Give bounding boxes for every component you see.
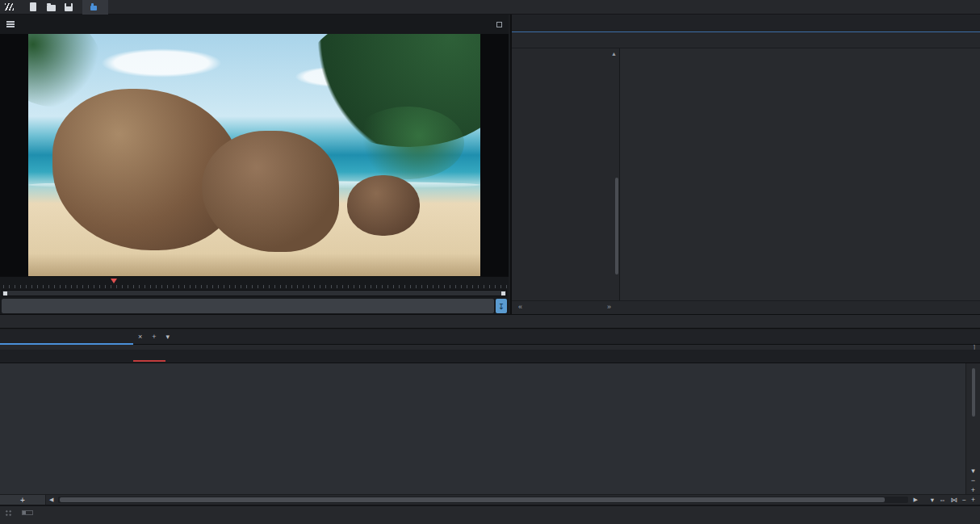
transport-bar [2, 299, 494, 313]
thumbs-up-icon [90, 6, 97, 10]
scroll-down-icon[interactable]: ▾ [968, 466, 978, 475]
detach-preview-icon[interactable] [496, 22, 502, 27]
marked-range [133, 360, 165, 362]
scroll-right-icon[interactable]: ▶ [910, 497, 920, 503]
media-pool-tabs [512, 15, 980, 32]
new-document-icon [30, 2, 36, 11]
video-frame [28, 34, 480, 276]
fit-range-icon[interactable]: ⋈ [951, 496, 958, 504]
file-grid [620, 48, 980, 300]
timeline-tab-row: × + ▾ [0, 329, 980, 345]
zoom-out-button[interactable]: − [962, 496, 966, 504]
vertical-scrollbar[interactable] [972, 368, 975, 417]
preview-header [0, 15, 509, 34]
scroll-left-icon[interactable]: ◀ [46, 497, 57, 503]
cpu-meter [22, 510, 33, 515]
horizontal-scrollbar-thumb[interactable] [60, 497, 884, 502]
preview-scrub-row [0, 288, 509, 298]
import-to-timeline-button[interactable]: ↧ [496, 299, 507, 313]
app-window: ↧ ▲ « » × + ▾ ] [0, 0, 980, 524]
timeline-vertical-strip: ▾ − + [965, 363, 980, 494]
horizontal-scrollbar[interactable] [58, 497, 908, 503]
tree-scroll-up-icon[interactable]: ▲ [611, 51, 617, 57]
timeline-tracks: ▾ − + [0, 363, 980, 494]
range-end-bracket: ] [974, 344, 975, 350]
edit-toolbar [0, 314, 980, 329]
save-project-button[interactable] [61, 2, 76, 13]
tree-scroll-right-icon[interactable]: » [607, 303, 611, 311]
palm-shape [351, 107, 464, 179]
fit-horizontal-icon[interactable]: ⇔ [939, 496, 946, 504]
preview-ruler[interactable] [0, 276, 509, 288]
video-viewport[interactable] [0, 34, 509, 276]
zoom-controls: ▾ ⇔ ⋈ − + [921, 496, 980, 504]
sand-shadow-shape [28, 254, 480, 276]
close-project-tab-icon[interactable]: × [133, 333, 147, 341]
media-pool-toolbar [512, 32, 980, 48]
media-tree: ▲ [512, 48, 620, 300]
media-pool-body: ▲ [512, 48, 980, 300]
add-track-button[interactable]: + [0, 495, 46, 505]
timeline-project-tab[interactable] [0, 329, 133, 345]
tree-scrollbar[interactable] [615, 178, 618, 275]
zoom-menu-icon[interactable]: ▾ [931, 496, 934, 504]
open-folder-icon [47, 5, 56, 11]
tree-scroll-left-icon[interactable]: « [518, 303, 522, 311]
hamburger-menu-icon[interactable] [6, 21, 15, 27]
rock-shape [347, 175, 420, 236]
palm-shape [28, 34, 101, 107]
track-zoom-out-button[interactable]: − [968, 476, 978, 484]
zoom-in-button[interactable]: + [971, 496, 975, 504]
add-project-tab-icon[interactable]: + [147, 333, 161, 341]
transport-row: ↧ [0, 298, 509, 314]
preview-play-marker[interactable] [111, 279, 117, 283]
save-icon [65, 3, 73, 11]
feedback-button[interactable] [82, 0, 108, 15]
scrub-handle-left[interactable] [3, 291, 7, 296]
menubar [0, 0, 980, 15]
media-pool-footer: « » [512, 300, 980, 314]
new-project-button[interactable] [26, 2, 40, 13]
track-zoom-in-button[interactable]: + [968, 485, 978, 494]
project-tab-menu-icon[interactable]: ▾ [161, 333, 175, 341]
status-bar [0, 505, 980, 524]
preview-pane: ↧ [0, 15, 509, 314]
preview-scrollbar[interactable] [2, 290, 507, 296]
open-project-button[interactable] [44, 2, 58, 13]
scrub-handle-right[interactable] [501, 291, 505, 296]
magix-logo [5, 3, 16, 10]
timeline-scroll-row: + ◀ ▶ ▾ ⇔ ⋈ − + [0, 494, 980, 505]
cloud-shape [101, 48, 222, 78]
magix-logo-icon [5, 3, 14, 10]
rock-shape [202, 131, 339, 252]
media-pool: ▲ « » [510, 15, 980, 314]
timeline-ruler[interactable] [0, 350, 980, 363]
grip-icon [5, 509, 12, 517]
